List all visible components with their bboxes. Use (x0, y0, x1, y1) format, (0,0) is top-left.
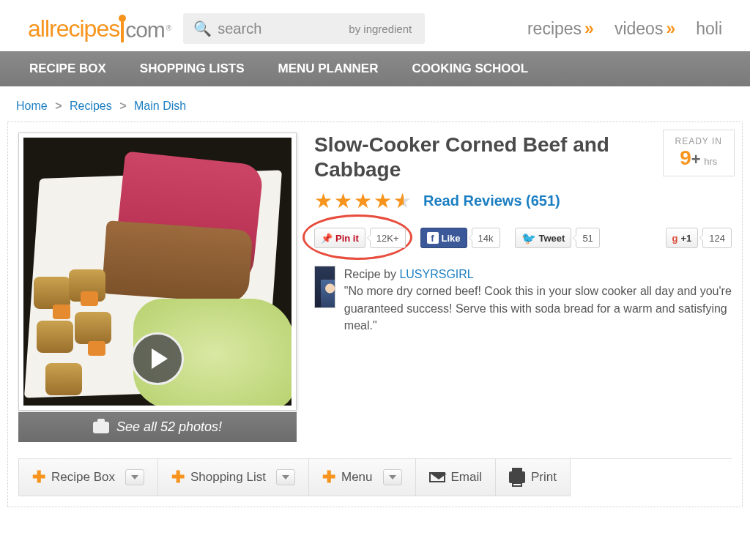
see-all-photos-link[interactable]: See all 52 photos! (18, 412, 297, 442)
ready-in-value: 9 (680, 146, 691, 169)
logo-text-2: com (125, 18, 165, 42)
play-video-button[interactable] (131, 332, 184, 385)
secondary-nav: RECIPE BOX SHOPPING LISTS MENU PLANNER C… (0, 51, 750, 86)
recipe-photo[interactable] (18, 132, 297, 411)
star-rating: ★★★★★ (314, 189, 413, 213)
plus-icon: ✚ (322, 468, 335, 487)
author-box: Recipe by LUSYRSGIRL "No more dry corned… (314, 266, 732, 334)
search-box[interactable]: 🔍 search by ingredient (183, 13, 425, 44)
action-bar: ✚Recipe Box ✚Shopping List ✚Menu Email P… (18, 458, 732, 496)
nav-menu-planner[interactable]: MENU PLANNER (278, 61, 379, 76)
nav-recipe-box[interactable]: RECIPE BOX (29, 61, 106, 76)
add-shopping-list-button[interactable]: ✚Shopping List (158, 459, 309, 496)
nav-recipes[interactable]: recipes» (527, 19, 594, 39)
site-logo[interactable]: allrecipes com ® (28, 15, 170, 42)
author-avatar[interactable] (314, 266, 335, 308)
author-link[interactable]: LUSYRSGIRL (399, 268, 473, 280)
crumb-recipes[interactable]: Recipes (70, 100, 112, 112)
facebook-like-button[interactable]: fLike 14k (420, 228, 500, 248)
dropdown-icon[interactable] (276, 469, 295, 485)
pinterest-icon: 📌 (321, 233, 333, 244)
email-icon (429, 472, 445, 482)
ready-in-box: READY IN 9+ hrs (663, 130, 735, 176)
recipe-byline: Recipe by LUSYRSGIRL (344, 266, 732, 283)
nav-holidays[interactable]: holi (696, 19, 722, 39)
add-menu-button[interactable]: ✚Menu (309, 459, 416, 496)
nav-cooking-school[interactable]: COOKING SCHOOL (412, 61, 528, 76)
camera-icon (93, 422, 109, 433)
see-all-photos-label: See all 52 photos! (116, 419, 222, 435)
gplus-icon: g (672, 233, 678, 244)
search-placeholder: search (218, 20, 261, 37)
crumb-separator: > (115, 100, 130, 112)
photo-column: See all 52 photos! (18, 132, 297, 442)
logo-spoon-icon (121, 20, 124, 42)
plus-icon: ✚ (171, 468, 185, 487)
nav-videos[interactable]: videos» (615, 19, 675, 39)
tweet-count: 51 (576, 228, 599, 248)
dropdown-icon[interactable] (383, 469, 402, 485)
crumb-home[interactable]: Home (16, 100, 48, 112)
pinterest-count: 12K+ (370, 228, 406, 248)
ready-in-unit: hrs (704, 156, 717, 167)
print-button[interactable]: Print (496, 459, 571, 496)
logo-trademark: ® (166, 24, 171, 32)
breadcrumb: Home > Recipes > Main Dish (0, 86, 750, 122)
facebook-icon: f (427, 232, 439, 244)
email-button[interactable]: Email (416, 459, 497, 496)
gplus-count: 124 (702, 228, 732, 248)
crumb-main-dish[interactable]: Main Dish (134, 100, 186, 112)
tweet-button[interactable]: 🐦Tweet 51 (515, 228, 600, 248)
crumb-separator: > (51, 100, 66, 112)
read-reviews-link[interactable]: Read Reviews (651) (423, 193, 560, 209)
twitter-icon: 🐦 (521, 231, 536, 245)
chevron-icon: » (584, 19, 594, 39)
nav-shopping-lists[interactable]: SHOPPING LISTS (140, 61, 245, 76)
chevron-icon: » (666, 19, 675, 39)
plus-icon: ✚ (32, 468, 45, 487)
social-buttons: 📌Pin it 12K+ fLike 14k 🐦Tweet 51 g+1 124 (314, 228, 732, 248)
gplus-button[interactable]: g+1 124 (666, 228, 732, 248)
recipe-description: "No more dry corned beef! Cook this in y… (344, 283, 732, 334)
ready-in-label: READY IN (675, 136, 722, 146)
recipe-main: See all 52 photos! READY IN 9+ hrs Slow-… (7, 122, 743, 507)
print-icon (509, 471, 525, 483)
search-icon: 🔍 (193, 20, 212, 37)
details-column: READY IN 9+ hrs Slow-Cooker Corned Beef … (314, 132, 732, 442)
dropdown-icon[interactable] (125, 469, 144, 485)
site-header: allrecipes com ® 🔍 search by ingredient … (0, 0, 750, 51)
facebook-count: 14k (472, 228, 500, 248)
top-nav: recipes» videos» holi (527, 19, 722, 39)
logo-text-1: allrecipes (28, 15, 119, 42)
pinterest-button[interactable]: 📌Pin it 12K+ (314, 228, 406, 248)
add-recipe-box-button[interactable]: ✚Recipe Box (18, 459, 158, 496)
search-mode[interactable]: by ingredient (335, 23, 425, 35)
